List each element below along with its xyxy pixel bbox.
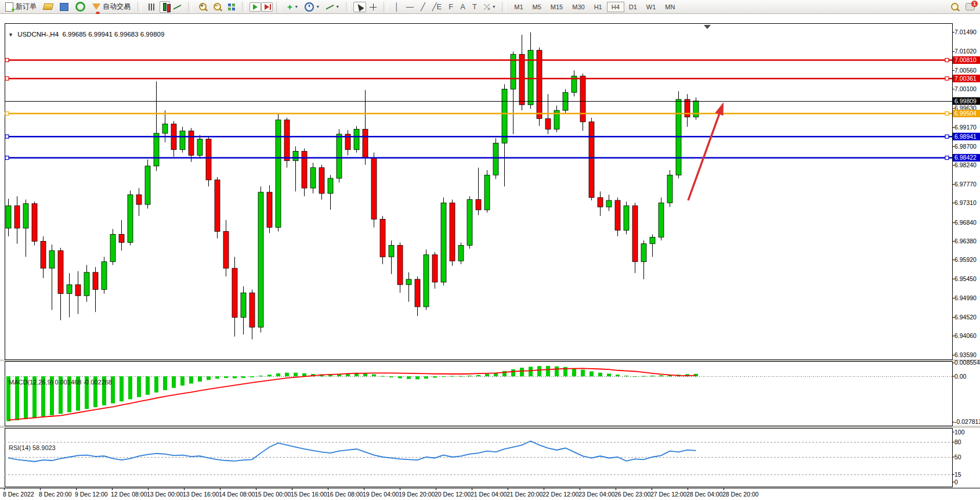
candle (102, 262, 107, 290)
gold-button[interactable] (40, 2, 56, 12)
crosshair-button[interactable] (366, 2, 380, 12)
chevron-down-icon[interactable]: ▼ (8, 32, 13, 38)
zoom-out-button[interactable]: − (210, 1, 225, 12)
toolbar-separator (346, 2, 350, 12)
hline-tool-button[interactable]: — (403, 1, 417, 13)
zoom-in-icon: + (199, 3, 207, 10)
timeframe-button-M5[interactable]: M5 (528, 2, 546, 12)
price-tick-label: 6.95450 (954, 275, 977, 282)
macd-histogram-bar (650, 376, 654, 376)
candle (693, 101, 699, 117)
auto-trade-label: 自动交易 (103, 2, 131, 12)
trendline-tool-button[interactable]: ╱ (417, 1, 429, 13)
price-chart-canvas[interactable]: 7.014907.010207.005607.001006.996306.991… (0, 14, 980, 500)
line-handle[interactable] (945, 156, 949, 160)
line-handle[interactable] (5, 135, 9, 138)
chevron-down-icon: ▾ (493, 4, 495, 9)
candle (223, 232, 229, 268)
auto-scroll-button[interactable] (249, 2, 261, 12)
price-tick-label: 6.98700 (954, 143, 977, 150)
candle (6, 206, 11, 228)
channel-tool-button[interactable]: ╱E (429, 1, 446, 13)
macd-histogram-bar (485, 374, 489, 376)
macd-histogram-bar (207, 376, 211, 380)
templates-button[interactable]: ▾ (323, 2, 342, 12)
macd-histogram-bar (241, 376, 245, 378)
periods-button[interactable]: ▾ (301, 1, 323, 13)
macd-histogram-bar (659, 375, 663, 376)
rsi-axis-label: 80 (954, 438, 961, 445)
time-tick-label: 13 Dec 00:00 (147, 491, 183, 498)
macd-histogram-bar (415, 376, 420, 379)
auto-trade-button[interactable]: 自动交易 (89, 0, 134, 13)
candle (328, 178, 333, 193)
macd-histogram-bar (590, 371, 594, 376)
arrows-tool-button[interactable]: ⤯▾ (480, 1, 498, 13)
macd-histogram-bar (424, 376, 428, 379)
cursor-button[interactable] (353, 2, 366, 12)
bar-chart-button[interactable] (145, 2, 160, 12)
timeframe-button-M1[interactable]: M1 (509, 2, 527, 12)
line-handle[interactable] (945, 77, 949, 80)
time-tick-label: 15 Dec 00:00 (255, 491, 291, 498)
macd-histogram-bar (146, 376, 150, 395)
indicators-button[interactable]: +▾ (284, 2, 301, 12)
macd-histogram-bar (120, 376, 124, 401)
candle (302, 152, 307, 188)
ohlc-open: 6.99685 (62, 31, 86, 38)
price-tick-label: 6.96840 (954, 219, 977, 226)
candle (493, 143, 498, 175)
toolbar-separator (276, 2, 280, 12)
tile-windows-button[interactable] (225, 2, 238, 12)
time-tick-label: 16 Dec 08:00 (327, 491, 363, 498)
timeframe-button-H1[interactable]: H1 (590, 2, 607, 12)
timeframe-button-M15[interactable]: M15 (546, 2, 567, 12)
candlestick-chart-button[interactable] (160, 1, 170, 13)
ohlc-high: 6.99941 (88, 31, 113, 38)
line-chart-button[interactable] (170, 2, 185, 12)
rsi-axis-label: 50 (954, 454, 961, 461)
line-handle[interactable] (945, 111, 949, 115)
macd-histogram-bar (598, 373, 602, 376)
zoom-out-icon: − (214, 3, 221, 10)
chart-shift-button[interactable] (261, 2, 273, 12)
vline-tool-button[interactable]: │ (391, 1, 403, 13)
timeframe-button-H4[interactable]: H4 (607, 2, 624, 12)
line-handle[interactable] (5, 156, 9, 160)
new-order-button[interactable]: 新订单 (2, 0, 40, 13)
macd-axis-label: 0.00 (954, 373, 967, 380)
time-tick-label: 28 Dec 04:00 (686, 491, 723, 498)
line-handle[interactable] (945, 59, 949, 62)
macd-histogram-bar (616, 375, 620, 376)
horizontal-line-icon: — (406, 2, 414, 11)
candle (75, 285, 81, 296)
tile-windows-icon (228, 3, 235, 10)
zoom-in-button[interactable]: + (196, 1, 210, 12)
time-tick-label: 23 Dec 04:00 (578, 491, 615, 498)
text-tool-button[interactable]: A (457, 1, 469, 13)
timeframe-button-W1[interactable]: W1 (642, 2, 661, 12)
timeframe-toolbar: M1M5M15M30H1H4D1W1MN (508, 0, 681, 13)
line-handle[interactable] (5, 59, 9, 62)
candle (467, 200, 472, 246)
candle (441, 203, 446, 282)
vertical-line-icon: │ (395, 2, 399, 11)
timeframe-button-MN[interactable]: MN (660, 2, 679, 12)
time-tick-label: 13 Dec 16:00 (183, 491, 219, 498)
search-button[interactable] (948, 1, 962, 12)
signals-button[interactable] (72, 0, 89, 13)
panel-splitter[interactable] (0, 426, 980, 428)
line-handle[interactable] (5, 111, 9, 115)
notifications-button[interactable]: 1 (962, 1, 978, 12)
macd-histogram-bar (459, 376, 463, 376)
label-tool-button[interactable]: T (469, 1, 480, 13)
fibonacci-tool-button[interactable]: F (445, 1, 457, 13)
macd-histogram-bar (468, 376, 472, 376)
market-watch-button[interactable] (56, 1, 72, 13)
timeframe-button-M30[interactable]: M30 (567, 2, 589, 12)
candle (458, 246, 464, 261)
symbol-period-label: USDCNH-,H4 (17, 31, 59, 38)
line-handle[interactable] (5, 77, 9, 80)
line-handle[interactable] (945, 135, 949, 138)
timeframe-button-D1[interactable]: D1 (624, 2, 642, 12)
